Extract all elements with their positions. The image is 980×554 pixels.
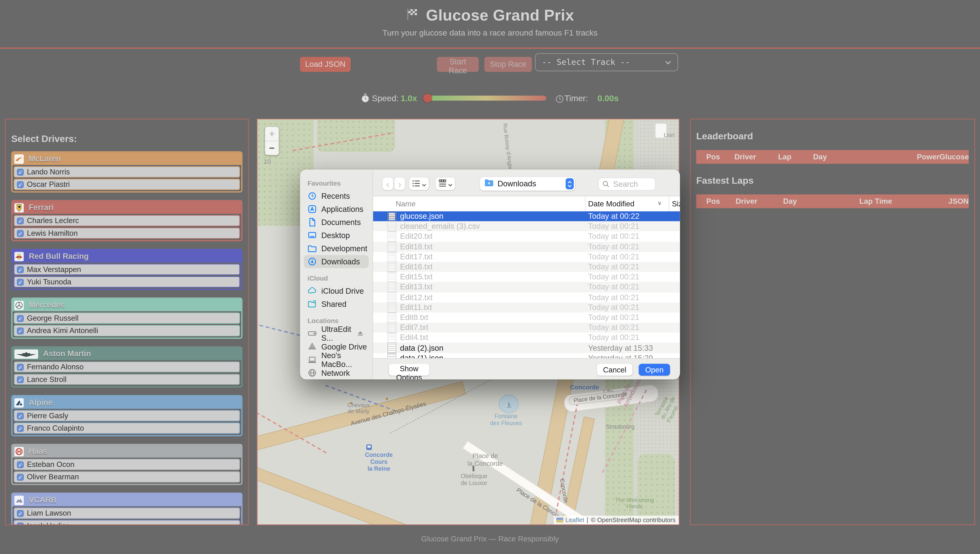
driver-checkbox[interactable]: ✓ xyxy=(17,376,24,383)
driver-row[interactable]: ✓Esteban Ocon xyxy=(14,459,240,470)
file-date-modified: Today at 00:21 xyxy=(588,242,640,251)
file-row-edit15-txt[interactable]: Edit15.txtToday at 00:21 xyxy=(373,272,680,282)
team-card-vcarb: VCARB✓Liam Lawson✓Isack Hadjar xyxy=(11,492,242,525)
sidebar-item-documents[interactable]: Documents xyxy=(304,216,369,229)
grid-view-button[interactable] xyxy=(436,178,455,190)
driver-checkbox[interactable]: ✓ xyxy=(17,363,24,370)
show-options-button[interactable]: Show Options xyxy=(389,364,430,376)
speed-slider[interactable] xyxy=(427,96,546,101)
driver-checkbox[interactable]: ✓ xyxy=(17,181,24,188)
eject-icon[interactable] xyxy=(357,330,364,337)
driver-checkbox[interactable]: ✓ xyxy=(17,315,24,322)
driver-row[interactable]: ✓Andrea Kimi Antonelli xyxy=(14,325,240,336)
driver-row[interactable]: ✓Pierre Gasly xyxy=(14,410,240,421)
driver-row[interactable]: ✓Charles Leclerc xyxy=(14,215,240,226)
team-card-mercedes: Mercedes✓George Russell✓Andrea Kimi Anto… xyxy=(11,298,242,339)
driver-name: Lewis Hamilton xyxy=(27,229,78,238)
driver-checkbox[interactable]: ✓ xyxy=(17,522,24,525)
driver-checkbox[interactable]: ✓ xyxy=(17,169,24,175)
file-row-cleaned-emails-3-csv[interactable]: cleaned_emails (3).csvToday at 00:21 xyxy=(373,221,680,231)
start-race-button[interactable]: Start Race xyxy=(437,57,479,72)
file-row-edit12-txt[interactable]: Edit12.txtToday at 00:21 xyxy=(373,292,680,302)
file-row-edit17-txt[interactable]: Edit17.txtToday at 00:21 xyxy=(373,252,680,262)
driver-row[interactable]: ✓Max Verstappen xyxy=(14,264,240,275)
driver-checkbox[interactable]: ✓ xyxy=(17,510,24,517)
file-row-glucose-json[interactable]: glucose.jsonToday at 00:22 xyxy=(373,212,680,221)
sidebar-section-locations: Locations xyxy=(307,317,372,324)
location-dropdown[interactable]: Downloads xyxy=(480,177,575,191)
sidebar-item-neo-s-macbo-[interactable]: Neo's MacBo... xyxy=(304,353,369,366)
driver-name: Yuki Tsunoda xyxy=(27,277,71,286)
file-name: Edit16.txt xyxy=(400,263,433,271)
column-pos: Pos xyxy=(706,153,734,161)
driver-checkbox[interactable]: ✓ xyxy=(17,461,24,468)
driver-checkbox[interactable]: ✓ xyxy=(17,217,24,224)
driver-row[interactable]: ✓Fernando Alonso xyxy=(14,361,240,373)
file-row-edit16-txt[interactable]: Edit16.txtToday at 00:21 xyxy=(373,262,680,272)
file-row-edit13-txt[interactable]: Edit13.txtToday at 00:21 xyxy=(373,282,680,292)
column-lap-time: Lap Time xyxy=(859,197,935,206)
stop-race-button[interactable]: Stop Race xyxy=(484,57,532,72)
file-row-data-1-json[interactable]: data (1).jsonYesterday at 15:29 xyxy=(373,353,680,358)
file-row-edit4-txt[interactable]: Edit4.txtToday at 00:21 xyxy=(373,333,680,342)
driver-checkbox[interactable]: ✓ xyxy=(17,279,24,285)
driver-row[interactable]: ✓Isack Hadjar xyxy=(14,520,240,525)
file-row-edit18-txt[interactable]: Edit18.txtToday at 00:21 xyxy=(373,242,680,252)
sidebar-item-desktop[interactable]: Desktop xyxy=(304,229,369,242)
team-card-alpine: Alpine✓Pierre Gasly✓Franco Colapinto xyxy=(11,395,242,436)
driver-checkbox[interactable]: ✓ xyxy=(17,412,24,419)
list-view-button[interactable] xyxy=(409,178,429,190)
driver-row[interactable]: ✓Liam Lawson xyxy=(14,508,240,519)
driver-row[interactable]: ✓Franco Colapinto xyxy=(14,422,240,434)
driver-checkbox[interactable]: ✓ xyxy=(17,425,24,431)
driver-row[interactable]: ✓Lewis Hamilton xyxy=(14,228,240,239)
driver-row[interactable]: ✓Oliver Bearman xyxy=(14,471,240,482)
leaflet-link[interactable]: Leaflet xyxy=(565,516,584,523)
document-icon xyxy=(387,261,396,272)
file-row-data-2-json[interactable]: data (2).jsonYesterday at 15:33 xyxy=(373,343,680,353)
column-name[interactable]: Name xyxy=(396,199,415,208)
sidebar-item-development[interactable]: Development xyxy=(304,242,369,255)
driver-row[interactable]: ✓Lando Norris xyxy=(14,166,240,178)
column-date-modified[interactable]: Date Modified xyxy=(588,199,634,208)
sidebar-item-applications[interactable]: Applications xyxy=(304,202,369,216)
file-row-edit20-txt[interactable]: Edit20.txtToday at 00:21 xyxy=(373,231,680,242)
driver-row[interactable]: ✓Yuki Tsunoda xyxy=(14,276,240,288)
alpine-logo-icon xyxy=(14,398,24,407)
sidebar-item-recents[interactable]: Recents xyxy=(304,189,369,202)
file-name: Edit11.txt xyxy=(400,303,432,312)
driver-checkbox[interactable]: ✓ xyxy=(17,266,24,273)
sidebar-item-ultraedit-s-[interactable]: UltraEdit S... xyxy=(304,327,369,340)
folder-icon xyxy=(307,244,317,253)
file-row-edit11-txt[interactable]: Edit11.txtToday at 00:21 xyxy=(373,302,680,312)
sidebar-item-icloud-drive[interactable]: iCloud Drive xyxy=(304,284,369,298)
sidebar-item-downloads[interactable]: Downloads xyxy=(304,255,369,268)
search-field[interactable] xyxy=(598,178,655,191)
driver-checkbox[interactable]: ✓ xyxy=(17,474,24,481)
speed-slider-thumb[interactable] xyxy=(423,94,432,103)
team-list: McLaren✓Lando Norris✓Oscar PiastriFerrar… xyxy=(11,151,242,525)
open-button[interactable]: Open xyxy=(639,364,670,376)
search-input[interactable] xyxy=(612,179,652,189)
driver-row[interactable]: ✓Lance Stroll xyxy=(14,374,240,385)
forward-button[interactable]: › xyxy=(395,178,405,190)
fastest-laps-header-row: PosDriverDayLap TimeJSON xyxy=(696,194,969,208)
back-button[interactable]: ‹ xyxy=(382,178,393,190)
globe-icon xyxy=(307,368,317,377)
file-row-edit8-txt[interactable]: Edit8.txtToday at 00:21 xyxy=(373,312,680,323)
driver-checkbox[interactable]: ✓ xyxy=(17,327,24,334)
cancel-button[interactable]: Cancel xyxy=(597,364,632,376)
column-size[interactable]: Size xyxy=(672,199,680,208)
driver-row[interactable]: ✓Oscar Piastri xyxy=(14,179,240,190)
load-json-button[interactable]: Load JSON xyxy=(300,57,351,72)
zoom-out-button[interactable]: − xyxy=(265,141,279,155)
driver-row[interactable]: ✓George Russell xyxy=(14,312,240,324)
driver-checkbox[interactable]: ✓ xyxy=(17,230,24,237)
sidebar-item-shared[interactable]: Shared xyxy=(304,298,369,310)
track-select-dropdown[interactable]: -- Select Track -- xyxy=(535,53,678,71)
sidebar-item-label: Shared xyxy=(321,300,347,309)
location-value: Downloads xyxy=(497,180,536,188)
zoom-in-button[interactable]: + xyxy=(265,127,279,141)
sort-chevron-icon: ∨ xyxy=(657,200,662,206)
file-row-edit7-txt[interactable]: Edit7.txtToday at 00:21 xyxy=(373,323,680,333)
